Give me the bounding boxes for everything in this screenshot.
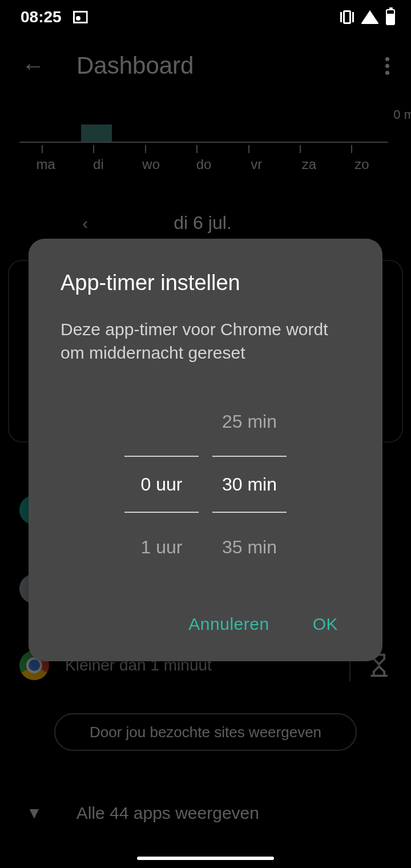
- nav-handle[interactable]: [137, 857, 274, 860]
- overflow-menu-icon[interactable]: [377, 49, 397, 83]
- dialog-message: Deze app-timer voor Chrome wordt om midd…: [61, 318, 350, 364]
- time-pickers: 0 uur 1 uur 25 min 30 min 35 min: [61, 387, 350, 581]
- back-icon[interactable]: ←: [14, 47, 53, 85]
- chart-zero-label: 0 m: [393, 107, 411, 122]
- minutes-prev[interactable]: 25 min: [212, 387, 287, 456]
- app-bar: ← Dashboard: [0, 34, 411, 97]
- date-navigator: ‹ di 6 jul.: [0, 212, 411, 234]
- chevron-down-icon: ▼: [26, 804, 42, 822]
- minutes-picker[interactable]: 25 min 30 min 35 min: [212, 387, 287, 581]
- day-label: za: [283, 156, 335, 172]
- image-icon: [73, 11, 88, 23]
- minutes-selected[interactable]: 30 min: [212, 456, 287, 513]
- minutes-next[interactable]: 35 min: [212, 513, 287, 581]
- day-label: zo: [336, 156, 388, 172]
- chevron-left-icon[interactable]: ‹: [82, 214, 88, 233]
- visited-sites-chip[interactable]: Door jou bezochte sites weergeven: [54, 713, 357, 751]
- hours-picker[interactable]: 0 uur 1 uur: [124, 387, 199, 581]
- day-label: do: [178, 156, 230, 172]
- wifi-icon: [361, 10, 379, 24]
- app-timer-dialog: App-timer instellen Deze app-timer voor …: [29, 239, 382, 661]
- ok-button[interactable]: OK: [308, 608, 342, 641]
- chart-ticks: [19, 143, 388, 154]
- chart-day-labels: ma di wo do vr za zo: [0, 154, 411, 172]
- day-label: wo: [125, 156, 178, 172]
- dialog-actions: Annuleren OK: [61, 608, 350, 641]
- day-label: ma: [19, 156, 72, 172]
- cancel-button[interactable]: Annuleren: [184, 608, 273, 641]
- chart-bar-di: [81, 124, 112, 142]
- chip-label: Door jou bezochte sites weergeven: [90, 724, 321, 741]
- status-time: 08:25: [21, 8, 62, 26]
- all-apps-label: Alle 44 apps weergeven: [76, 803, 259, 823]
- hours-selected[interactable]: 0 uur: [124, 456, 199, 513]
- hours-next[interactable]: 1 uur: [124, 513, 199, 581]
- page-title: Dashboard: [76, 52, 377, 79]
- date-label: di 6 jul.: [174, 212, 231, 234]
- dialog-title: App-timer instellen: [61, 271, 350, 295]
- battery-icon: [386, 9, 395, 25]
- day-label: di: [72, 156, 124, 172]
- day-label: vr: [230, 156, 283, 172]
- hours-prev[interactable]: [124, 387, 199, 456]
- show-all-apps[interactable]: ▼ Alle 44 apps weergeven: [0, 803, 411, 823]
- usage-chart: 0 m: [19, 97, 388, 143]
- vibrate-icon: [340, 10, 354, 24]
- status-bar: 08:25: [0, 0, 411, 34]
